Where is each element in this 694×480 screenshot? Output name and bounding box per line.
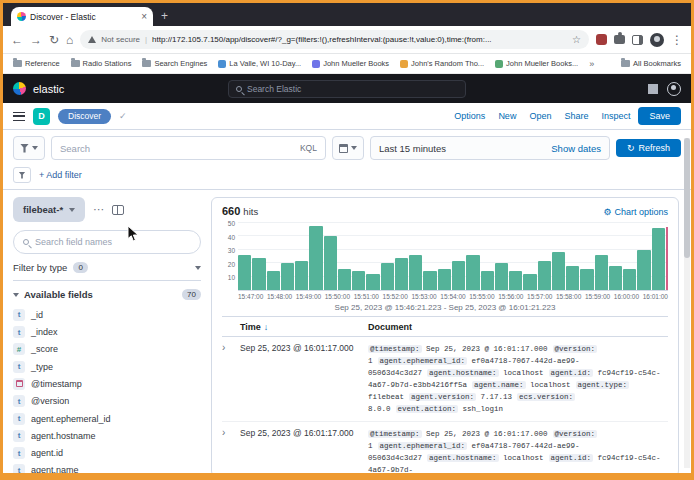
breadcrumb-discover[interactable]: Discover [58,109,111,124]
histogram-plot[interactable] [238,223,668,291]
histogram-bar[interactable] [566,266,579,290]
histogram-bar[interactable] [352,271,365,290]
side-panel-icon[interactable] [632,35,643,45]
all-bookmarks-button[interactable]: All Bookmarks [621,59,681,68]
bookmark-star-icon[interactable]: ☆ [572,34,581,45]
extensions-puzzle-icon[interactable] [614,35,625,44]
action-inspect[interactable]: Inspect [601,111,630,121]
date-picker-button[interactable] [332,136,364,160]
reload-icon[interactable]: ↻ [49,34,59,46]
histogram-bar[interactable] [267,271,280,290]
histogram-bar[interactable] [238,255,251,290]
sort-descending-icon[interactable]: ↓ [264,322,269,332]
space-badge[interactable]: D [33,108,50,125]
row-document[interactable]: @timestamp: Sep 25, 2023 @ 16:01:17.000@… [368,343,668,415]
histogram-bar[interactable] [409,255,422,290]
histogram-bar[interactable] [295,261,308,290]
address-bar[interactable]: Not secure | http://172.105.7.150/app/di… [80,30,589,49]
save-button[interactable]: Save [638,107,681,125]
filter-by-type-toggle[interactable]: Filter by type 0 [13,262,201,281]
bookmark-item[interactable]: La Valle, WI 10-Day... [218,59,301,68]
time-range-value[interactable]: Last 15 minutes [379,143,446,154]
time-range-control[interactable]: Last 15 minutes Show dates [370,136,610,160]
field-item[interactable]: t_type [13,360,201,373]
field-item[interactable]: t_index [13,325,201,338]
field-item[interactable]: t@version [13,395,201,408]
new-tab-button[interactable]: + [161,9,168,23]
home-icon[interactable]: ⌂ [66,34,73,46]
histogram-bar[interactable] [366,274,379,290]
forward-icon[interactable]: → [30,34,42,46]
extension-icon[interactable] [596,34,607,45]
kql-badge[interactable]: KQL [300,143,317,153]
histogram-bar[interactable] [452,261,465,290]
histogram-bar[interactable] [623,269,636,290]
filter-dropdown-button[interactable] [13,136,45,160]
page-scrollbar[interactable] [684,138,690,468]
data-view-selector[interactable]: filebeat-* [13,197,85,222]
browser-menu-icon[interactable]: ⋮ [671,34,683,46]
bookmark-item[interactable]: Search Engines [142,59,207,68]
add-filter-button[interactable]: + Add filter [39,170,82,180]
histogram-bar[interactable] [595,255,608,290]
histogram-bar[interactable] [395,258,408,290]
row-document[interactable]: @timestamp: Sep 25, 2023 @ 16:01:17.000@… [368,428,668,476]
show-dates-link[interactable]: Show dates [551,143,601,154]
bookmarks-overflow-icon[interactable]: » [589,59,594,69]
histogram-bar[interactable] [652,228,665,290]
field-item[interactable]: tagent.name [13,464,201,477]
bookmark-item[interactable]: John Mueller Books [312,59,389,68]
action-open[interactable]: Open [529,111,551,121]
histogram-bar[interactable] [338,269,351,290]
histogram-bar[interactable] [466,255,479,290]
expand-row-icon[interactable]: › [222,343,240,415]
expand-row-icon[interactable]: › [222,428,240,476]
search-query-input[interactable]: Search KQL [51,136,326,160]
action-new[interactable]: New [498,111,516,121]
user-avatar[interactable] [667,82,681,96]
browser-tab[interactable]: Discover - Elastic × [11,7,153,26]
available-fields-header[interactable]: Available fields 70 [13,289,201,300]
bookmark-item[interactable]: Radio Stations [71,59,132,68]
histogram-bar[interactable] [580,269,593,290]
histogram-bar[interactable] [538,261,551,290]
action-options[interactable]: Options [454,111,485,121]
histogram-bar[interactable] [495,263,508,290]
time-column-header[interactable]: Time ↓ [240,322,368,332]
bookmark-item[interactable]: John's Random Tho... [400,59,484,68]
scrollbar-thumb[interactable] [684,138,690,258]
more-options-icon[interactable]: ⋯ [93,204,104,215]
field-item[interactable]: #_score [13,343,201,356]
pinned-filters-icon[interactable] [13,167,31,183]
field-item[interactable]: tagent.id [13,446,201,459]
chart-options-link[interactable]: ⚙ Chart options [603,207,668,217]
bookmark-item[interactable]: John Mueller Books... [495,59,578,68]
histogram-bar[interactable] [324,236,337,290]
field-search-input[interactable]: Search field names [13,230,201,254]
global-search-input[interactable]: Search Elastic [228,80,466,98]
back-icon[interactable]: ← [11,34,23,46]
histogram-bar[interactable] [381,263,394,290]
histogram-bar[interactable] [423,271,436,290]
field-item[interactable]: tagent.hostname [13,429,201,442]
histogram-bar[interactable] [609,266,622,290]
refresh-button[interactable]: ↻ Refresh [616,139,681,157]
menu-hamburger-icon[interactable] [13,112,25,121]
histogram-bar[interactable] [637,250,650,290]
histogram-bar[interactable] [523,274,536,290]
deployment-grid-icon[interactable] [648,84,658,94]
tab-close-icon[interactable]: × [141,12,147,22]
histogram-bar[interactable] [252,258,265,290]
bookmark-item[interactable]: Reference [13,59,60,68]
histogram-bar[interactable] [281,263,294,290]
field-item[interactable]: t_id [13,308,201,321]
histogram-bar[interactable] [509,271,522,290]
browser-profile-avatar[interactable] [650,33,664,47]
histogram-bar[interactable] [438,269,451,290]
field-item[interactable]: tagent.ephemeral_id [13,412,201,425]
field-item[interactable]: @timestamp [13,377,201,390]
histogram-bar[interactable] [309,226,322,290]
histogram-bar[interactable] [481,271,494,290]
histogram-bar[interactable] [552,252,565,290]
action-share[interactable]: Share [564,111,588,121]
